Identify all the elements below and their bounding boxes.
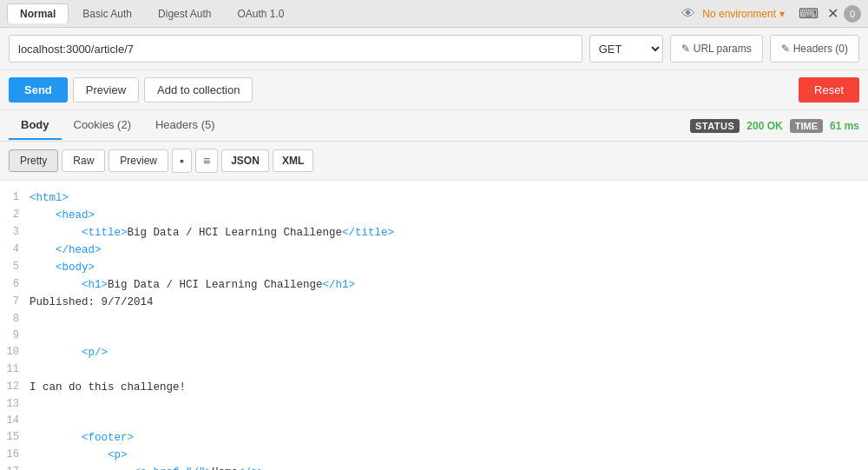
code-line: 13: [0, 396, 868, 413]
url-input[interactable]: [9, 35, 582, 63]
tab-headers[interactable]: Headers (5): [143, 111, 227, 140]
pretty-button[interactable]: Pretty: [9, 149, 58, 172]
code-line: 2 <head>: [0, 207, 868, 224]
url-bar-section: GET POST PUT DELETE ✎ URL params ✎ Heade…: [0, 28, 868, 70]
code-area: 1<html>2 <head>3 <title>Big Data / HCI L…: [0, 181, 868, 470]
wrench-button[interactable]: ✕: [824, 3, 842, 23]
url-params-button[interactable]: ✎ URL params: [670, 35, 763, 63]
reset-button[interactable]: Reset: [799, 77, 859, 103]
code-line: 3 <title>Big Data / HCI Learning Challen…: [0, 224, 868, 242]
url-params-label: URL params: [694, 43, 752, 55]
code-line: 15 <footer>: [0, 429, 868, 447]
code-line: 16 <p>: [0, 447, 868, 464]
add-to-collection-button[interactable]: Add to collection: [144, 77, 253, 103]
json-button[interactable]: JSON: [221, 149, 269, 172]
preview-view-button[interactable]: Preview: [108, 149, 168, 172]
code-line: 10 <p/>: [0, 344, 868, 361]
method-select[interactable]: GET POST PUT DELETE: [589, 35, 663, 63]
request-counter: 0: [844, 5, 861, 23]
keyboard-button[interactable]: ⌨: [795, 3, 822, 23]
tab-body[interactable]: Body: [9, 111, 62, 140]
status-info: STATUS 200 OK TIME 61 ms: [690, 119, 859, 133]
url-params-icon: ✎: [681, 43, 690, 55]
code-line: 5 <body>: [0, 259, 868, 276]
camera-button[interactable]: ▪: [172, 149, 192, 173]
code-line: 9: [0, 328, 868, 344]
code-line: 14: [0, 413, 868, 429]
headers-button[interactable]: ✎ Headers (0): [770, 35, 859, 63]
code-line: 11: [0, 361, 868, 378]
tab-cookies[interactable]: Cookies (2): [62, 111, 143, 140]
chevron-down-icon: ▾: [779, 8, 785, 20]
response-tabs: Body Cookies (2) Headers (5) STATUS 200 …: [0, 110, 868, 142]
code-line: 12I can do this challenge!: [0, 379, 868, 396]
env-selector[interactable]: No environment ▾: [702, 8, 785, 20]
top-nav: Normal Basic Auth Digest Auth OAuth 1.0 …: [0, 0, 868, 28]
indent-button[interactable]: ≡: [195, 149, 218, 173]
view-toolbar: Pretty Raw Preview ▪ ≡ JSON XML: [0, 142, 868, 181]
tab-basic-auth[interactable]: Basic Auth: [70, 4, 144, 23]
status-label: STATUS: [690, 119, 740, 133]
code-line: 1<html>: [0, 189, 868, 207]
preview-button[interactable]: Preview: [73, 77, 139, 103]
code-line: 17 <a href="/">Home</a> ~: [0, 464, 868, 470]
tab-digest-auth[interactable]: Digest Auth: [146, 4, 223, 23]
eye-icon: 👁: [681, 6, 695, 22]
status-code: 200 OK: [746, 120, 782, 132]
tab-oauth[interactable]: OAuth 1.0: [225, 4, 296, 23]
code-line: 6 <h1>Big Data / HCI Learning Challenge<…: [0, 276, 868, 294]
raw-button[interactable]: Raw: [62, 149, 105, 172]
action-bar: Send Preview Add to collection Reset: [0, 70, 868, 110]
headers-label: Headers (0): [793, 43, 848, 55]
xml-button[interactable]: XML: [273, 149, 313, 172]
headers-icon: ✎: [781, 43, 790, 55]
code-line: 8: [0, 311, 868, 328]
tab-normal[interactable]: Normal: [7, 3, 69, 23]
time-value: 61 ms: [830, 120, 859, 132]
code-line: 7Published: 9/7/2014: [0, 294, 868, 311]
send-button[interactable]: Send: [9, 77, 68, 103]
code-line: 4 </head>: [0, 242, 868, 259]
env-label: No environment: [702, 8, 776, 20]
time-label: TIME: [790, 119, 823, 133]
